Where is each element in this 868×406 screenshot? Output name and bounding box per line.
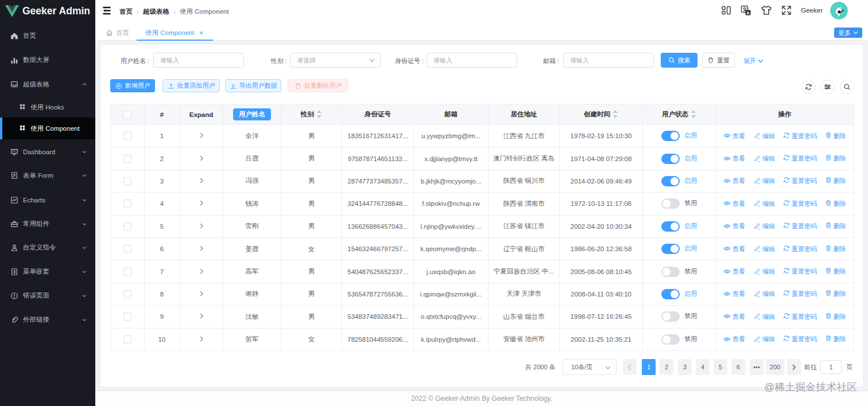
svg-text:A: A: [747, 10, 750, 15]
